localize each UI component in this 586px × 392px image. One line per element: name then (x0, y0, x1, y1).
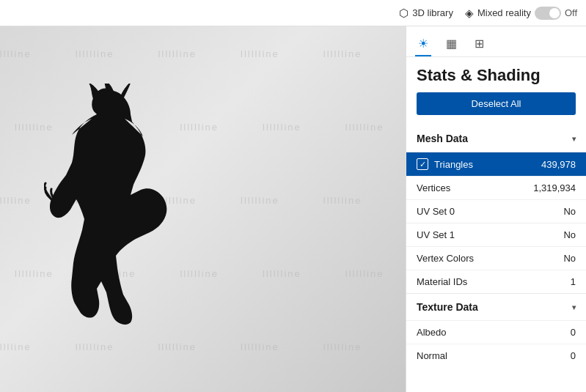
watermark-row-5: lllllline lllllline lllllline lllllline … (0, 341, 406, 352)
mesh-data-section-header[interactable]: Mesh Data ▾ (406, 125, 586, 152)
albedo-value: 0 (571, 327, 576, 338)
mixed-reality-label: Mixed reality (477, 7, 531, 18)
vertices-value: 1,319,934 (533, 182, 576, 193)
figure-silhouette (44, 84, 176, 333)
uv-set-0-label: UV Set 0 (417, 206, 563, 217)
viewport: lllllline lllllline lllllline lllllline … (0, 26, 406, 392)
row-uv-set-1[interactable]: UV Set 1 No (406, 223, 586, 246)
vertex-colors-label: Vertex Colors (417, 253, 563, 264)
row-material-ids[interactable]: Material IDs 1 (406, 270, 586, 293)
row-vertices[interactable]: Vertices 1,319,934 (406, 176, 586, 199)
texture-data-label: Texture Data (417, 301, 478, 313)
uv-set-1-value: No (563, 229, 576, 240)
watermark-row-1: lllllline lllllline lllllline lllllline … (0, 48, 406, 59)
mixed-reality-toggle[interactable] (535, 7, 561, 20)
material-ids-value: 1 (571, 276, 576, 287)
triangles-checkbox[interactable]: ✓ (417, 158, 428, 170)
mesh-data-label: Mesh Data (417, 133, 468, 144)
main-content: lllllline lllllline lllllline lllllline … (0, 26, 586, 392)
triangles-value: 439,978 (541, 159, 576, 170)
tab-sun[interactable]: ☀ (415, 32, 431, 56)
toggle-off-label: Off (565, 7, 577, 18)
texture-data-chevron: ▾ (572, 303, 576, 311)
vertex-colors-value: No (563, 253, 576, 264)
sun-icon: ☀ (418, 37, 428, 50)
row-uv-set-0[interactable]: UV Set 0 No (406, 199, 586, 223)
mixed-reality-button[interactable]: ◈ Mixed reality Off (465, 7, 577, 20)
row-triangles[interactable]: ✓ Triangles 439,978 (406, 152, 586, 176)
mesh-data-chevron: ▾ (572, 135, 576, 143)
deselect-all-button[interactable]: Deselect All (417, 92, 576, 115)
row-vertex-colors[interactable]: Vertex Colors No (406, 246, 586, 270)
normal-label: Normal (417, 350, 571, 361)
row-normal[interactable]: Normal 0 (406, 344, 586, 367)
uv-set-0-value: No (563, 206, 576, 217)
material-ids-label: Material IDs (417, 276, 571, 287)
cube-icon: ⬡ (399, 7, 409, 20)
panel-title: Stats & Shading (406, 57, 586, 92)
albedo-label: Albedo (417, 327, 571, 338)
normal-value: 0 (571, 350, 576, 361)
library-label: 3D library (412, 7, 453, 18)
barchart-icon: ▦ (446, 37, 457, 50)
tab-stats[interactable]: ▦ (443, 32, 460, 56)
vertices-label: Vertices (417, 182, 533, 193)
triangles-label: Triangles (434, 159, 541, 170)
panel-tabs: ☀ ▦ ⊞ (406, 26, 586, 57)
right-panel: ☀ ▦ ⊞ Stats & Shading Deselect All Mesh … (406, 26, 586, 392)
mixed-reality-icon: ◈ (465, 7, 474, 20)
uv-set-1-label: UV Set 1 (417, 229, 563, 240)
grid-icon: ⊞ (475, 37, 484, 50)
top-bar: ⬡ 3D library ◈ Mixed reality Off (0, 0, 586, 26)
3d-library-button[interactable]: ⬡ 3D library (399, 7, 453, 20)
texture-data-section-header[interactable]: Texture Data ▾ (406, 294, 586, 320)
row-albedo[interactable]: Albedo 0 (406, 320, 586, 344)
3d-figure (44, 84, 176, 336)
tab-grid[interactable]: ⊞ (472, 32, 487, 56)
